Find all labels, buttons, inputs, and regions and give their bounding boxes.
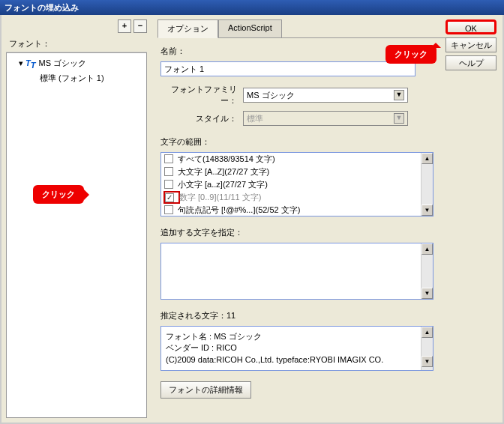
chevron-down-icon: ▼ <box>394 113 404 124</box>
main-panel: + − フォント： ▾ TTMS ゴシック 標準 (フォント 1) OK キャン… <box>0 15 504 424</box>
help-button[interactable]: ヘルプ <box>446 55 496 70</box>
tree-item-font[interactable]: ▾ TTMS ゴシック <box>10 56 143 71</box>
range-item-label: 句読点記号 [!@#%...] <box>178 205 255 216</box>
chevron-down-icon: ▼ <box>394 90 404 100</box>
font-info-box: フォント名 : MS ゴシック ベンダー ID : RICO (C)2009 d… <box>160 326 434 371</box>
name-input[interactable] <box>160 61 416 76</box>
family-select[interactable]: MS ゴシック ▼ <box>243 88 408 103</box>
family-value: MS ゴシック <box>247 90 295 101</box>
range-item[interactable]: 句読点記号 [!@#%...] (52/52 文字) <box>161 204 433 216</box>
tree-item-style[interactable]: 標準 (フォント 1) <box>10 71 143 85</box>
style-value: 標準 <box>247 113 263 124</box>
range-item-detail: (14838/93514 文字) <box>202 154 275 165</box>
scrollbar[interactable]: ▲ ▼ <box>421 327 433 370</box>
window-title: フォントの埋め込み <box>0 0 504 15</box>
range-item-label: 数字 [0..9] <box>179 192 217 203</box>
tree-header: フォント： <box>6 36 147 52</box>
scroll-down-icon[interactable]: ▼ <box>422 356 433 367</box>
range-label: 文字の範囲： <box>160 136 216 148</box>
range-item-label: すべて <box>178 154 202 165</box>
dialog-buttons: OK キャンセル ヘルプ <box>446 19 496 73</box>
tree-font-label: MS ゴシック <box>39 58 87 67</box>
scrollbar[interactable]: ▲ ▼ <box>421 243 433 299</box>
range-item-label: 小文字 [a..z] <box>178 179 223 190</box>
info-line-2: ベンダー ID : RICO <box>166 342 428 354</box>
extra-chars-label: 追加する文字を指定： <box>160 227 249 238</box>
scroll-up-icon[interactable]: ▲ <box>422 153 433 164</box>
tab-actionscript[interactable]: ActionScript <box>218 19 282 37</box>
family-label: フォントファミリー： <box>160 84 243 106</box>
style-label: スタイル： <box>160 113 243 124</box>
font-tree[interactable]: ▾ TTMS ゴシック 標準 (フォント 1) <box>6 52 147 418</box>
range-item-detail: (27/27 文字) <box>224 166 269 178</box>
scroll-up-icon[interactable]: ▲ <box>422 327 433 338</box>
extra-chars-input[interactable]: ▲ ▼ <box>160 243 434 300</box>
range-item[interactable]: ✓数字 [0..9] (11/11 文字) <box>161 191 433 204</box>
style-select: 標準 ▼ <box>243 111 408 126</box>
range-item-detail: (52/52 文字) <box>255 205 300 216</box>
scroll-up-icon[interactable]: ▲ <box>422 243 433 255</box>
estimated-label: 推定される文字：11 <box>160 310 242 321</box>
cancel-button[interactable]: キャンセル <box>446 37 496 52</box>
callout-ok: クリック <box>386 45 436 64</box>
scrollbar[interactable]: ▲ ▼ <box>421 153 433 216</box>
remove-font-button[interactable]: − <box>134 19 147 33</box>
checkbox[interactable]: ✓ <box>165 193 174 202</box>
range-item-detail: (27/27 文字) <box>223 179 268 190</box>
checkbox[interactable] <box>164 205 173 214</box>
range-item-label: 大文字 [A..Z] <box>178 166 224 178</box>
range-item[interactable]: すべて (14838/93514 文字) <box>161 153 433 166</box>
left-panel: + − フォント： ▾ TTMS ゴシック 標準 (フォント 1) <box>2 15 152 423</box>
font-detail-button[interactable]: フォントの詳細情報 <box>160 381 251 399</box>
tab-option[interactable]: オプション <box>158 19 218 38</box>
checkbox[interactable] <box>164 167 173 176</box>
scroll-down-icon[interactable]: ▼ <box>422 205 433 216</box>
right-panel: OK キャンセル ヘルプ クリック オプション ActionScript 名前：… <box>152 15 502 423</box>
info-line-1: フォント名 : MS ゴシック <box>166 331 428 342</box>
range-item[interactable]: 大文字 [A..Z] (27/27 文字) <box>161 166 433 178</box>
char-range-list[interactable]: すべて (14838/93514 文字)大文字 [A..Z] (27/27 文字… <box>160 152 434 216</box>
checkbox[interactable] <box>164 154 173 163</box>
callout-checkbox: クリック <box>33 185 84 204</box>
checkbox[interactable] <box>164 180 173 189</box>
range-item[interactable]: 小文字 [a..z] (27/27 文字) <box>161 178 433 191</box>
range-item-detail: (11/11 文字) <box>217 192 262 203</box>
info-line-3: (C)2009 data:RICOH Co.,Ltd. typeface:RYO… <box>166 354 428 366</box>
scroll-down-icon[interactable]: ▼ <box>422 288 433 299</box>
add-font-button[interactable]: + <box>118 19 131 33</box>
font-type-icon: TT <box>26 58 35 67</box>
ok-button[interactable]: OK <box>446 19 496 34</box>
name-label: 名前： <box>160 46 191 57</box>
